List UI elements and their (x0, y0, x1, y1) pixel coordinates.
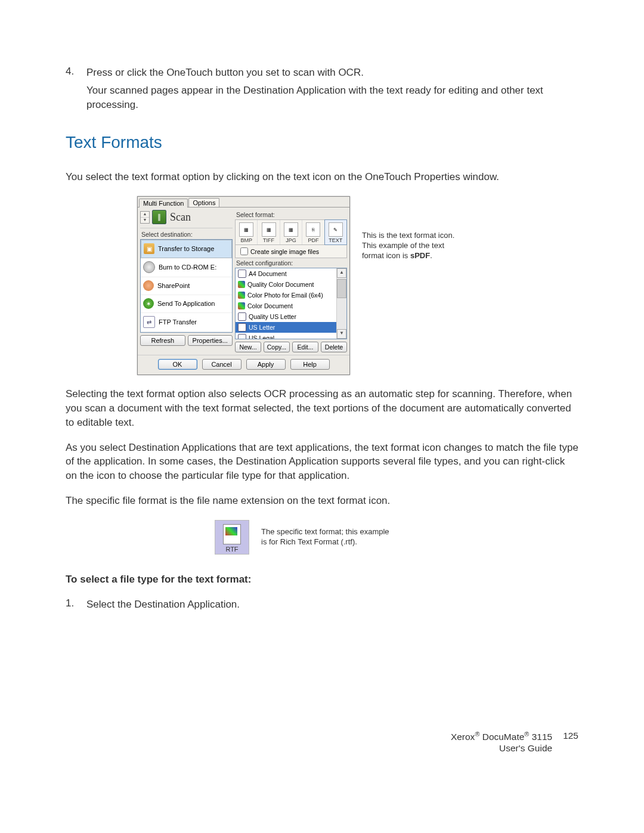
intro-paragraph: You select the text format option by cli… (66, 170, 578, 184)
dest-burn-cd[interactable]: Burn to CD-ROM E: (141, 258, 232, 277)
create-single-row[interactable]: Create single image files (235, 245, 347, 258)
properties-button[interactable]: Properties... (188, 335, 233, 346)
new-button[interactable]: New... (235, 342, 261, 352)
dest-label: Transfer to Storage (158, 245, 214, 252)
scroll-down-icon[interactable]: ▼ (337, 329, 346, 339)
edit-button[interactable]: Edit... (292, 342, 318, 352)
config-item[interactable]: Quality US Letter (236, 311, 346, 322)
rtf-example: RTF The specific text format; this examp… (215, 520, 578, 555)
text-icon: ✎ (329, 222, 343, 237)
copy-button[interactable]: Copy... (264, 342, 290, 352)
ftp-icon: ⇄ (143, 316, 155, 328)
dest-send-to-app[interactable]: ✶ Send To Application (141, 295, 232, 313)
pdf-icon: ⎘ (306, 222, 320, 237)
step-4-line2: Your scanned pages appear in the Destina… (86, 83, 578, 112)
dialog-bottom-buttons: OK Cancel Apply Help (138, 355, 349, 374)
left-pane: ▲ ▼ ∥ Scan Select destination: ▣ Transfe… (140, 210, 233, 352)
destination-list[interactable]: ▣ Transfer to Storage Burn to CD-ROM E: … (140, 239, 233, 333)
scroll-thumb[interactable] (337, 279, 346, 298)
onetouch-dialog: Multi Function Options ▲ ▼ ∥ Scan Select… (137, 196, 350, 375)
dest-sharepoint[interactable]: SharePoint (141, 277, 232, 295)
ok-button[interactable]: OK (158, 359, 197, 370)
dest-transfer-to-storage[interactable]: ▣ Transfer to Storage (141, 240, 232, 258)
step-4-number: 4. (66, 66, 86, 115)
scan-label: Scan (170, 211, 191, 224)
format-tiff[interactable]: ▦TIFF (258, 220, 280, 244)
refresh-button[interactable]: Refresh (140, 335, 185, 346)
step-1-number: 1. (66, 597, 86, 612)
step-1-text: Select the Destination Application. (86, 597, 578, 612)
para-extension: The specific file format is the file nam… (66, 494, 578, 508)
step-4-line1: Press or click the OneTouch button you s… (86, 66, 578, 80)
page-icon (238, 334, 246, 339)
rtf-caption: The specific text format; this example i… (261, 527, 392, 547)
rtf-icon-box: RTF (215, 520, 249, 555)
help-button[interactable]: Help (290, 359, 330, 370)
dest-label: FTP Transfer (159, 318, 197, 326)
rtf-file-icon (223, 524, 241, 544)
jpg-icon: ▦ (284, 222, 298, 237)
dest-label: Send To Application (157, 300, 215, 307)
select-format-label: Select format: (236, 211, 347, 218)
dest-ftp[interactable]: ⇄ FTP Transfer (141, 313, 232, 332)
create-single-checkbox[interactable] (240, 247, 248, 255)
spinner-down-icon[interactable]: ▼ (141, 218, 149, 223)
text-format-annotation: This is the text format icon. This examp… (362, 231, 457, 261)
dialog-wrap: Multi Function Options ▲ ▼ ∥ Scan Select… (137, 196, 578, 375)
subhead-select-filetype: To select a file type for the text forma… (66, 572, 578, 587)
format-pdf[interactable]: ⎘PDF (302, 220, 324, 244)
step-4: 4. Press or click the OneTouch button yo… (66, 66, 578, 115)
create-single-label: Create single image files (250, 248, 319, 255)
config-list[interactable]: A4 Document Quality Color Document Color… (235, 268, 347, 339)
scan-spinner[interactable]: ▲ ▼ (140, 211, 150, 224)
step-4-body: Press or click the OneTouch button you s… (86, 66, 578, 115)
para-ocr: Selecting the text format option also se… (66, 387, 578, 429)
tab-options[interactable]: Options (188, 198, 219, 207)
page-footer: Xerox® DocuMate® 3115 User's Guide 125 (66, 730, 578, 753)
cd-icon (143, 261, 155, 273)
format-row: ▦BMP ▦TIFF ▦JPG ⎘PDF ✎TEXT (235, 219, 347, 245)
config-item[interactable]: Color Document (236, 301, 346, 311)
format-bmp[interactable]: ▦BMP (236, 220, 258, 244)
format-text[interactable]: ✎TEXT (324, 219, 347, 245)
select-destination-label: Select destination: (141, 231, 233, 238)
color-icon (238, 281, 245, 288)
config-item[interactable]: A4 Document (236, 268, 346, 279)
config-item[interactable]: Quality Color Document (236, 279, 346, 290)
page-icon (238, 270, 246, 278)
para-destapps: As you select Destination Applications t… (66, 441, 578, 483)
send-icon: ✶ (143, 298, 154, 309)
tab-multi-function[interactable]: Multi Function (139, 199, 188, 208)
config-item[interactable]: Color Photo for Email (6x4) (236, 290, 346, 301)
delete-button[interactable]: Delete (321, 342, 347, 352)
bmp-icon: ▦ (239, 222, 253, 237)
apply-button[interactable]: Apply (246, 359, 286, 370)
footer-product: Xerox® DocuMate® 3115 User's Guide (451, 730, 552, 753)
page-icon (238, 323, 246, 332)
color-icon (238, 302, 245, 309)
right-pane: Select format: ▦BMP ▦TIFF ▦JPG ⎘PDF ✎TEX… (233, 210, 347, 352)
footer-guide: User's Guide (451, 743, 552, 754)
step-1: 1. Select the Destination Application. (66, 597, 578, 612)
tiff-icon: ▦ (262, 222, 276, 237)
format-jpg[interactable]: ▦JPG (280, 220, 302, 244)
sharepoint-icon (143, 280, 154, 291)
dest-label: Burn to CD-ROM E: (159, 264, 216, 271)
config-scrollbar[interactable]: ▲ ▼ (336, 268, 346, 339)
footer-page-number: 125 (563, 730, 578, 753)
dest-label: SharePoint (157, 282, 190, 289)
rtf-label: RTF (218, 546, 246, 553)
folder-icon: ▣ (144, 243, 154, 254)
page-icon (238, 312, 246, 321)
dest-open-scanned[interactable]: ▤ Open Scanned Document(s) (141, 332, 232, 333)
scanner-icon: ∥ (152, 210, 166, 224)
config-item[interactable]: US Legal (236, 333, 346, 339)
section-title: Text Formats (66, 133, 578, 152)
scroll-up-icon[interactable]: ▲ (337, 268, 346, 278)
dialog-tabs: Multi Function Options (138, 197, 349, 207)
cancel-button[interactable]: Cancel (202, 359, 242, 370)
spinner-up-icon[interactable]: ▲ (141, 212, 149, 218)
color-icon (238, 292, 245, 299)
config-item-selected[interactable]: US Letter (236, 322, 346, 333)
select-config-label: Select configuration: (236, 259, 347, 267)
